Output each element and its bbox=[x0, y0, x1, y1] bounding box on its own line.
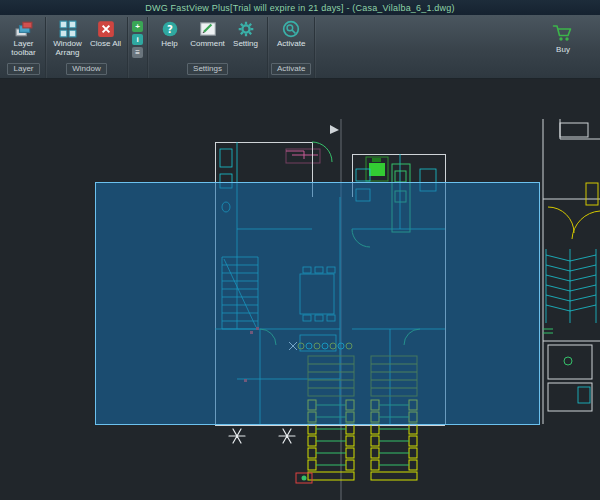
help-icon: ? bbox=[161, 20, 179, 38]
drawing-canvas[interactable] bbox=[0, 79, 600, 500]
mini-tool-column: + i ≡ bbox=[128, 17, 148, 78]
close-all-button[interactable]: Close All bbox=[87, 17, 124, 48]
close-all-icon bbox=[97, 20, 115, 38]
svg-text:?: ? bbox=[167, 24, 173, 35]
setting-button[interactable]: Setting bbox=[227, 17, 264, 48]
button-label: Activate bbox=[277, 39, 305, 48]
app-window: DWG FastView Plus[Trial will expire in 2… bbox=[0, 0, 600, 500]
titlebar: DWG FastView Plus[Trial will expire in 2… bbox=[0, 0, 600, 15]
setting-icon bbox=[237, 20, 255, 38]
group-label-layer: Layer bbox=[7, 63, 39, 75]
button-label: Layer toolbar bbox=[5, 39, 42, 57]
layer-toolbar-button[interactable]: Layer toolbar bbox=[5, 17, 42, 57]
info-icon[interactable]: i bbox=[132, 34, 143, 45]
toolbar-group-settings: ? Help Comment Setting Settings bbox=[148, 17, 268, 78]
group-label-activate: Activate bbox=[271, 63, 311, 75]
comment-button[interactable]: Comment bbox=[189, 17, 226, 48]
button-label: Help bbox=[161, 39, 177, 48]
activate-icon bbox=[282, 20, 300, 38]
buy-button[interactable]: Buy bbox=[544, 17, 596, 78]
window-arrange-icon bbox=[59, 20, 77, 38]
comment-icon bbox=[199, 20, 217, 38]
buy-label: Buy bbox=[556, 45, 570, 54]
group-label-window: Window bbox=[66, 63, 106, 75]
activate-button[interactable]: Activate bbox=[273, 17, 310, 48]
toolbar-group-activate: Activate Activate bbox=[268, 17, 315, 78]
toolbar-group-layer: Layer toolbar Layer bbox=[2, 17, 46, 78]
window-title: DWG FastView Plus[Trial will expire in 2… bbox=[145, 3, 454, 13]
toolbar-group-window: Window Arrang Close All Window bbox=[46, 17, 128, 78]
button-label: Window Arrang bbox=[49, 39, 86, 57]
button-label: Setting bbox=[233, 39, 258, 48]
help-button[interactable]: ? Help bbox=[151, 17, 188, 48]
layers-icon bbox=[15, 20, 33, 38]
button-label: Comment bbox=[190, 39, 225, 48]
ribbon-toolbar: Layer toolbar Layer Window Arrang Clos bbox=[0, 15, 600, 79]
plus-icon[interactable]: + bbox=[132, 21, 143, 32]
cart-icon bbox=[552, 23, 574, 43]
selection-rectangle bbox=[95, 182, 540, 425]
button-label: Close All bbox=[90, 39, 121, 48]
group-label-settings: Settings bbox=[187, 63, 228, 75]
window-arrange-button[interactable]: Window Arrang bbox=[49, 17, 86, 57]
stack-icon[interactable]: ≡ bbox=[132, 47, 143, 58]
